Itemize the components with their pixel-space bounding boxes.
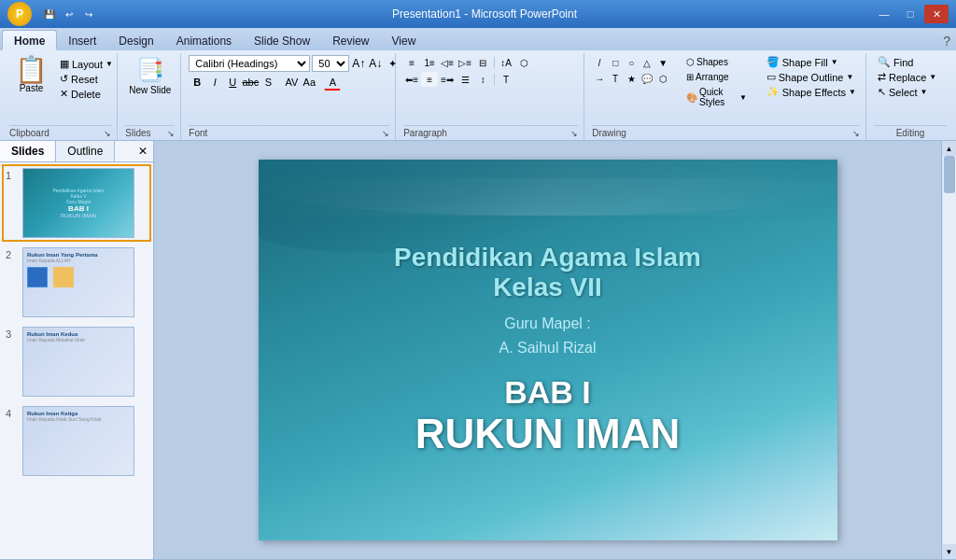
- text-direction-button[interactable]: ↕A: [498, 55, 514, 70]
- panel-close-button[interactable]: ✕: [133, 141, 153, 161]
- shadow-button[interactable]: S: [260, 74, 276, 91]
- thumb-box-2b: [53, 267, 74, 287]
- numbered-list-button[interactable]: 1≡: [421, 55, 438, 70]
- underline-button[interactable]: U: [224, 74, 241, 91]
- window-title: Presentation1 - Microsoft PowerPoint: [97, 7, 872, 21]
- slide-canvas[interactable]: Pendidikan Agama Islam Kelas VII Guru Ma…: [259, 160, 837, 540]
- shape-rect[interactable]: □: [608, 55, 623, 70]
- office-button[interactable]: P: [7, 2, 32, 26]
- replace-button[interactable]: ⇄ Replace ▼: [874, 70, 940, 84]
- arrange-button[interactable]: ⊞ Arrange: [682, 70, 751, 84]
- justify-button[interactable]: ☰: [457, 72, 473, 87]
- new-slide-icon: 📑: [136, 57, 164, 83]
- shape-star[interactable]: ★: [624, 71, 639, 86]
- strikethrough-button[interactable]: abc: [242, 74, 259, 91]
- layout-button[interactable]: ▦ Layout ▼: [56, 57, 117, 71]
- char-spacing-button[interactable]: AV: [283, 74, 300, 91]
- text-shadow-para-button[interactable]: T: [498, 72, 514, 87]
- change-case-button[interactable]: Aa: [301, 74, 317, 91]
- scroll-down-button[interactable]: ▼: [943, 544, 956, 559]
- thumb-subtitle-4: Iman Kepada Kitab Suci Sang Kitab: [27, 416, 130, 422]
- bullet-list-button[interactable]: ≡: [403, 55, 420, 70]
- tab-slides[interactable]: Slides: [0, 141, 56, 161]
- font-expand[interactable]: ↘: [382, 129, 389, 138]
- select-label: Select: [889, 87, 918, 98]
- maximize-button[interactable]: □: [898, 5, 922, 23]
- shape-effects-button[interactable]: ✨ Shape Effects ▼: [763, 85, 860, 99]
- shape-more[interactable]: ▼: [655, 55, 670, 70]
- scroll-up-button[interactable]: ▲: [943, 141, 956, 156]
- shape-effects-column: 🪣 Shape Fill ▼ ▭ Shape Outline ▼ ✨ Shape…: [763, 55, 860, 99]
- close-button[interactable]: ✕: [924, 5, 949, 23]
- clipboard-expand[interactable]: ↘: [104, 129, 111, 138]
- align-left-button[interactable]: ⬅≡: [403, 72, 420, 87]
- font-group: Calibri (Headings) 50 A↑ A↓ ✦ B I U abc: [183, 53, 396, 140]
- find-button[interactable]: 🔍 Find: [874, 55, 940, 69]
- font-size-select[interactable]: 50: [312, 55, 349, 72]
- shape-circle[interactable]: ○: [624, 55, 639, 70]
- shape-triangle[interactable]: △: [640, 55, 654, 70]
- paste-button[interactable]: 📋 Paste: [9, 55, 53, 95]
- italic-button[interactable]: I: [206, 74, 223, 91]
- tab-home[interactable]: Home: [2, 30, 57, 50]
- list-align-row: ≡ 1≡ ◁≡ ▷≡ ⊟ ↕A ⬡: [403, 55, 532, 70]
- shapes-section: / □ ○ △ ▼ → T ★ 💬 ⬡: [592, 55, 670, 86]
- slides-expand[interactable]: ↘: [167, 129, 175, 138]
- undo-button[interactable]: ↩: [61, 6, 77, 22]
- tab-insert[interactable]: Insert: [57, 30, 107, 50]
- scroll-thumb[interactable]: [944, 156, 955, 193]
- font-color-button[interactable]: A: [324, 74, 341, 91]
- help-button[interactable]: ?: [937, 32, 956, 50]
- tab-review[interactable]: Review: [321, 30, 380, 50]
- drawing-expand[interactable]: ↘: [852, 129, 860, 138]
- slide-thumb-4[interactable]: 4 Rukun Iman Ketiga Iman Kepada Kitab Su…: [4, 404, 149, 478]
- slide-title2[interactable]: Kelas VII: [493, 273, 602, 302]
- font-size-decrease-button[interactable]: A↓: [368, 55, 383, 72]
- shape-callout[interactable]: 💬: [640, 71, 654, 86]
- shape-line[interactable]: /: [592, 55, 607, 70]
- tab-view[interactable]: View: [381, 30, 428, 50]
- columns-button[interactable]: ⊟: [474, 55, 491, 70]
- tab-outline[interactable]: Outline: [56, 141, 115, 161]
- shape-outline-button[interactable]: ▭ Shape Outline ▼: [763, 70, 860, 84]
- slide-bab[interactable]: BAB I: [504, 374, 591, 411]
- slide-thumb-1[interactable]: 1 Pendidikan Agama Islam Kelas V Guru Ma…: [4, 166, 149, 240]
- convert-smartart-button[interactable]: ⬡: [515, 55, 532, 70]
- select-button[interactable]: ↖ Select ▼: [874, 85, 940, 99]
- titlebar-left: P 💾 ↩ ↪: [7, 2, 97, 26]
- tab-design[interactable]: Design: [107, 30, 164, 50]
- slide-thumb-2[interactable]: 2 Rukun Iman Yang Pertama Iman Kepada AL…: [4, 245, 149, 319]
- tab-animations[interactable]: Animations: [165, 30, 243, 50]
- shape-arrow[interactable]: →: [592, 71, 607, 86]
- bold-button[interactable]: B: [189, 74, 205, 91]
- scroll-track[interactable]: [943, 156, 956, 544]
- increase-indent-button[interactable]: ▷≡: [457, 55, 473, 70]
- decrease-indent-button[interactable]: ◁≡: [439, 55, 456, 70]
- align-center-button[interactable]: ≡: [421, 72, 438, 87]
- slide-preview-3: Rukun Iman Kedua Iman Kepada Malaikat Al…: [22, 327, 134, 397]
- reset-button[interactable]: ↺ Reset: [56, 72, 117, 86]
- tab-slideshow[interactable]: Slide Show: [243, 30, 321, 50]
- minimize-button[interactable]: —: [872, 5, 896, 23]
- new-slide-button[interactable]: 📑 New Slide: [125, 55, 175, 97]
- save-button[interactable]: 💾: [41, 6, 58, 22]
- paragraph-expand[interactable]: ↘: [570, 129, 578, 138]
- shape-textbox[interactable]: T: [608, 71, 623, 86]
- slide-title1[interactable]: Pendidikan Agama Islam: [394, 243, 701, 273]
- font-name-select[interactable]: Calibri (Headings): [189, 55, 310, 72]
- shapes-gallery-button[interactable]: ⬡ Shapes: [682, 55, 751, 69]
- delete-button[interactable]: ✕ Delete: [56, 87, 117, 101]
- align-right-button[interactable]: ≡➡: [439, 72, 456, 87]
- redo-button[interactable]: ↪: [80, 6, 97, 22]
- quick-styles-button[interactable]: 🎨 Quick Styles ▼: [682, 85, 751, 109]
- slide-info[interactable]: Guru Mapel : A. Saihul Rizal: [499, 312, 596, 359]
- replace-label: Replace: [889, 72, 926, 83]
- thumb-content-2: [27, 267, 130, 287]
- shape-fill-button[interactable]: 🪣 Shape Fill ▼: [763, 55, 860, 69]
- line-spacing-button[interactable]: ↕: [474, 72, 491, 87]
- font-size-increase-button[interactable]: A↑: [351, 55, 366, 72]
- select-icon: ↖: [878, 86, 886, 98]
- slide-thumb-3[interactable]: 3 Rukun Iman Kedua Iman Kepada Malaikat …: [4, 325, 149, 399]
- shape-more2[interactable]: ⬡: [655, 71, 670, 86]
- slide-rukun[interactable]: RUKUN IMAN: [415, 411, 681, 457]
